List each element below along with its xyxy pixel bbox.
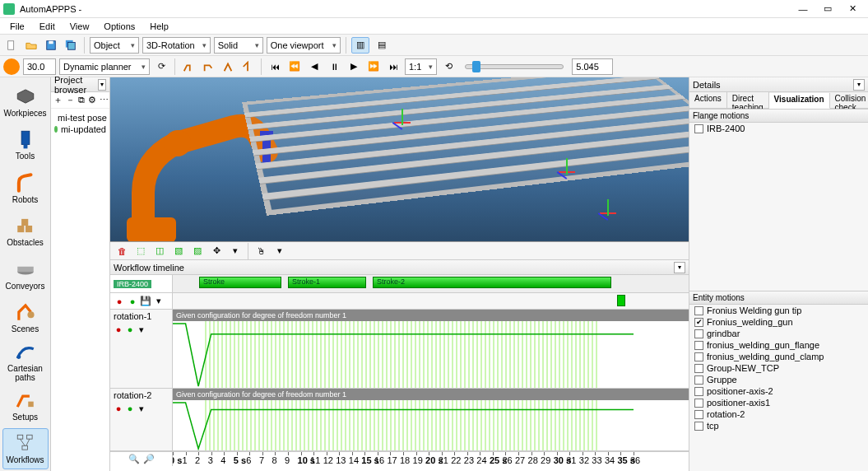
- refresh-icon[interactable]: ⟳: [153, 58, 169, 75]
- tree-item[interactable]: mi-updated: [54, 124, 106, 135]
- details-pin-icon[interactable]: ▾: [853, 79, 865, 91]
- checkbox-icon[interactable]: [694, 364, 703, 373]
- robot-action-1-icon[interactable]: [180, 58, 197, 75]
- timeline-segment[interactable]: Stroke: [199, 277, 281, 288]
- panel-pin-icon[interactable]: ▾: [98, 79, 106, 91]
- category-scenes[interactable]: Scenes: [2, 297, 49, 339]
- save-all-icon[interactable]: [63, 37, 79, 54]
- robot-action-2-icon[interactable]: [200, 58, 216, 75]
- skip-end-icon[interactable]: ⏭: [385, 58, 402, 75]
- vp-cube1-icon[interactable]: ⬚: [132, 243, 149, 259]
- step-back-icon[interactable]: ⏪: [286, 58, 303, 75]
- checkbox-icon[interactable]: [694, 410, 703, 419]
- checkbox-icon[interactable]: [694, 352, 703, 361]
- row-delete-icon[interactable]: ●: [114, 403, 123, 413]
- timeline-chart[interactable]: Given configuration for degree of freedo…: [173, 389, 689, 450]
- vp-cube3-icon[interactable]: ▧: [170, 243, 187, 259]
- tl-add-icon[interactable]: ●: [127, 296, 138, 307]
- check-row[interactable]: tcp: [689, 420, 868, 431]
- copy-item-icon[interactable]: ⧉: [77, 94, 86, 107]
- tl-delete-icon[interactable]: ●: [114, 296, 125, 307]
- category-robots[interactable]: Robots: [2, 167, 49, 209]
- vp-mouse-more-icon[interactable]: ▾: [272, 243, 288, 259]
- select-viewport-layout[interactable]: One viewport: [267, 37, 341, 54]
- menu-options[interactable]: Options: [97, 20, 142, 33]
- skip-start-icon[interactable]: ⏮: [267, 58, 283, 75]
- 3d-viewport[interactable]: [110, 77, 689, 242]
- layout-a-icon[interactable]: ▥: [351, 37, 369, 54]
- select-play-ratio[interactable]: 1:1: [405, 58, 437, 75]
- check-row[interactable]: positioner-axis1: [689, 397, 868, 408]
- category-tools[interactable]: Tools: [2, 124, 49, 166]
- item-opts2-icon[interactable]: ⋯: [99, 94, 109, 107]
- maximize-button[interactable]: ▭: [815, 1, 840, 17]
- robot-action-3-icon[interactable]: [220, 58, 236, 75]
- check-row[interactable]: fronius_welding_gund_clamp: [689, 351, 868, 362]
- open-folder-icon[interactable]: [23, 37, 39, 54]
- save-icon[interactable]: [43, 37, 59, 54]
- category-obstacles[interactable]: Obstacles: [2, 211, 49, 253]
- timeline-pin-icon[interactable]: ▾: [674, 262, 685, 273]
- timeline-segment[interactable]: Stroke-2: [373, 277, 611, 288]
- check-row[interactable]: Group-NEW_TCP: [689, 362, 868, 374]
- row-add-icon[interactable]: ●: [125, 403, 135, 413]
- vp-cube4-icon[interactable]: ▨: [189, 243, 206, 259]
- menu-edit[interactable]: Edit: [33, 20, 62, 33]
- loop-icon[interactable]: ⟲: [440, 58, 457, 75]
- timeline-segment[interactable]: Stroke-1: [288, 277, 366, 288]
- checkbox-icon[interactable]: [694, 387, 703, 396]
- checkbox-icon[interactable]: ✔: [694, 318, 703, 327]
- timeline-ruler-scale[interactable]: 0 s12345 s678910 s1112131415 s1617181920…: [173, 452, 689, 466]
- tree-item[interactable]: mi-test pose: [54, 112, 106, 124]
- robot-action-4-icon[interactable]: [239, 58, 256, 75]
- select-mode[interactable]: Object: [90, 37, 139, 54]
- checkbox-icon[interactable]: [694, 341, 703, 350]
- tl-more-icon[interactable]: ▾: [153, 296, 165, 307]
- menu-help[interactable]: Help: [143, 20, 175, 33]
- tl-save-icon[interactable]: 💾: [140, 296, 151, 307]
- checkbox-icon[interactable]: [694, 422, 703, 431]
- category-conveyors[interactable]: Conveyors: [2, 254, 49, 296]
- check-row[interactable]: fronius_welding_gun_flange: [689, 339, 868, 351]
- tab-collision-check[interactable]: Collision check: [830, 92, 868, 108]
- category-cartesian-paths[interactable]: Cartesian paths: [2, 340, 49, 383]
- row-opts-icon[interactable]: ▾: [137, 403, 146, 413]
- check-row[interactable]: Fronius Welding gun tip: [689, 305, 868, 316]
- minimize-button[interactable]: —: [791, 1, 815, 17]
- zoom-in-icon[interactable]: 🔎: [143, 454, 155, 465]
- check-row[interactable]: grindbar: [689, 328, 868, 339]
- vp-mouse-icon[interactable]: 🖱: [253, 243, 269, 259]
- checkbox-icon[interactable]: [694, 399, 703, 408]
- time-display[interactable]: 5.045: [572, 58, 613, 75]
- menu-view[interactable]: View: [63, 20, 96, 33]
- tab-direct-teaching[interactable]: Direct teaching: [727, 92, 769, 108]
- row-add-icon[interactable]: ●: [125, 324, 135, 334]
- row-delete-icon[interactable]: ●: [114, 324, 123, 334]
- speed-input[interactable]: 30.0: [23, 58, 56, 75]
- play-back-icon[interactable]: ◀: [306, 58, 323, 75]
- tab-actions[interactable]: Actions: [689, 92, 727, 108]
- project-browser-tree[interactable]: mi-test posemi-updated: [51, 109, 109, 471]
- row-opts-icon[interactable]: ▾: [137, 324, 146, 334]
- play-icon[interactable]: ▶: [346, 58, 362, 75]
- vp-cube2-icon[interactable]: ◫: [151, 243, 168, 259]
- timeline-segment-strip[interactable]: StrokeStroke-1Stroke-2: [173, 275, 689, 292]
- select-planner[interactable]: Dynamic planner: [59, 58, 150, 75]
- zoom-out-icon[interactable]: 🔍: [128, 454, 140, 465]
- check-row[interactable]: rotation-2: [689, 408, 868, 420]
- check-row[interactable]: Gruppe: [689, 374, 868, 385]
- select-rotation[interactable]: 3D-Rotation: [142, 37, 211, 54]
- vp-move-icon[interactable]: ✥: [208, 243, 225, 259]
- step-fwd-icon[interactable]: ⏩: [365, 58, 382, 75]
- select-render-style[interactable]: Solid: [214, 37, 263, 54]
- tab-visualization[interactable]: Visualization: [769, 93, 830, 109]
- vp-more-icon[interactable]: ▾: [227, 243, 244, 259]
- add-item-icon[interactable]: ＋: [53, 94, 63, 107]
- item-opts-icon[interactable]: ⚙: [87, 94, 97, 107]
- close-button[interactable]: ✕: [840, 1, 865, 17]
- check-row[interactable]: positioner-axis-2: [689, 385, 868, 397]
- time-slider[interactable]: [465, 64, 564, 69]
- vp-delete-icon[interactable]: 🗑: [114, 243, 130, 259]
- category-workpieces[interactable]: Workpieces: [2, 81, 49, 123]
- category-setups[interactable]: Setups: [2, 385, 49, 427]
